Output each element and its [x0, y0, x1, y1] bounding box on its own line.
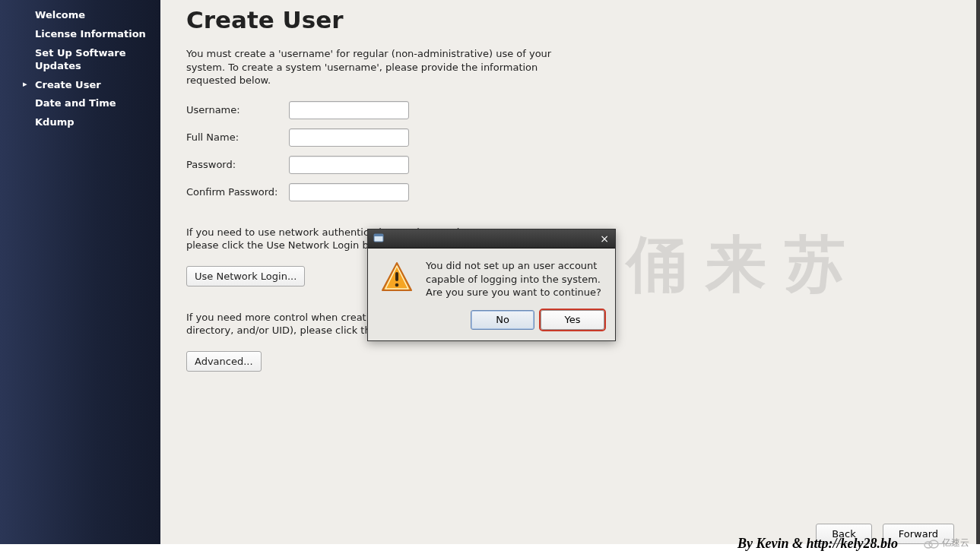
cloud-icon [924, 538, 939, 549]
corner-logo-text: 亿速云 [942, 537, 969, 549]
warning-icon [379, 259, 415, 296]
password-input[interactable] [289, 156, 409, 174]
scrollbar-edge [976, 0, 980, 544]
form-row-username: Username: [186, 101, 954, 119]
fullname-label: Full Name: [186, 131, 289, 143]
sidebar-item-datetime[interactable]: Date and Time [0, 94, 160, 113]
svg-point-5 [929, 540, 938, 548]
username-input[interactable] [289, 101, 409, 119]
form-row-fullname: Full Name: [186, 128, 954, 147]
byline-text: By Kevin & http://kely28.blo [737, 536, 898, 552]
dialog-app-icon [373, 233, 385, 245]
intro-text: You must create a 'username' for regular… [186, 47, 563, 87]
sidebar: Welcome License Information Set Up Softw… [0, 0, 160, 544]
sidebar-item-updates[interactable]: Set Up Software Updates [0, 44, 160, 76]
sidebar-item-label: Date and Time [35, 97, 116, 109]
advanced-button[interactable]: Advanced... [186, 351, 262, 372]
svg-rect-2 [395, 272, 398, 281]
sidebar-item-label: Kdump [35, 116, 75, 128]
yes-button[interactable]: Yes [541, 310, 604, 330]
sidebar-item-label: License Information [35, 28, 146, 40]
dialog-titlebar[interactable]: × [368, 230, 615, 249]
use-network-login-button[interactable]: Use Network Login... [186, 266, 305, 286]
form-row-confirm: Confirm Password: [186, 183, 954, 201]
dialog-footer: No Yes [368, 310, 615, 340]
svg-rect-1 [374, 234, 383, 236]
confirm-password-label: Confirm Password: [186, 186, 289, 198]
sidebar-item-label: Welcome [35, 9, 85, 21]
sidebar-item-license[interactable]: License Information [0, 25, 160, 44]
sidebar-item-label: Set Up Software Updates [35, 47, 125, 71]
fullname-input[interactable] [289, 128, 409, 147]
password-label: Password: [186, 159, 289, 170]
form-row-password: Password: [186, 156, 954, 174]
sidebar-item-label: Create User [35, 79, 101, 90]
no-button[interactable]: No [471, 310, 534, 330]
page-title: Create User [186, 6, 954, 33]
close-icon[interactable]: × [597, 231, 612, 246]
svg-point-3 [395, 283, 399, 287]
sidebar-item-welcome[interactable]: Welcome [0, 6, 160, 25]
corner-logo: 亿速云 [924, 537, 969, 549]
dialog-message: You did not set up an user account capab… [426, 259, 604, 299]
confirm-password-input[interactable] [289, 183, 409, 201]
sidebar-item-kdump[interactable]: Kdump [0, 113, 160, 132]
sidebar-item-create-user[interactable]: Create User [0, 76, 160, 95]
warning-dialog: × You did not set up an user account cap… [367, 229, 616, 341]
username-label: Username: [186, 104, 289, 116]
